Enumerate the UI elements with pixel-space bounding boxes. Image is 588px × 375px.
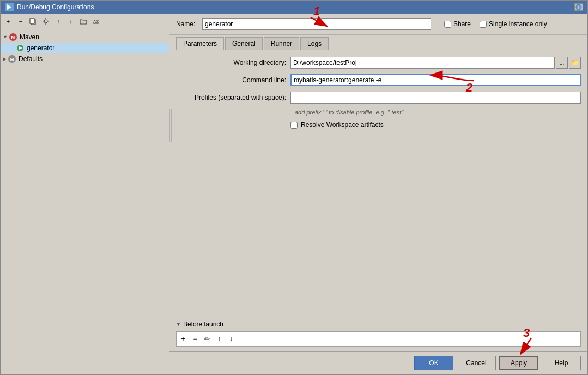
ok-button[interactable]: OK bbox=[414, 356, 453, 370]
tree-generator-item[interactable]: generator bbox=[1, 43, 169, 53]
profiles-row: Profiles (separated with space): bbox=[176, 92, 581, 104]
move-down-button[interactable]: ↓ bbox=[65, 15, 77, 27]
titlebar-controls: ! bbox=[574, 3, 583, 11]
svg-point-5 bbox=[44, 20, 47, 23]
spacer bbox=[169, 190, 587, 316]
folder-button[interactable] bbox=[77, 15, 89, 27]
command-line-row: Command line: bbox=[176, 74, 581, 86]
command-line-input[interactable] bbox=[290, 74, 581, 86]
resolve-workspace-label: Resolve Workspace artifacts bbox=[301, 121, 384, 129]
before-launch-down-button[interactable]: ↓ bbox=[226, 334, 237, 344]
help-button[interactable]: Help bbox=[542, 356, 581, 370]
left-panel: + − bbox=[1, 14, 169, 374]
tree-defaults-item[interactable]: ▶ M Defaults bbox=[1, 53, 169, 64]
name-row: Name: Share Single instance only bbox=[169, 14, 587, 35]
before-launch-edit-button[interactable]: ✏ bbox=[202, 334, 213, 344]
tab-logs[interactable]: Logs bbox=[300, 37, 329, 50]
generator-icon bbox=[16, 44, 25, 52]
profiles-label: Profiles (separated with space): bbox=[176, 94, 290, 101]
working-directory-label: Working directory: bbox=[176, 59, 290, 66]
working-directory-input[interactable] bbox=[290, 57, 555, 69]
name-input[interactable] bbox=[202, 18, 431, 30]
titlebar: Run/Debug Configurations ! bbox=[1, 1, 587, 14]
right-panel: Name: Share Single instance only Paramet… bbox=[169, 14, 587, 374]
before-launch-up-button[interactable]: ↑ bbox=[214, 334, 225, 344]
before-launch-collapse[interactable]: ▼ bbox=[176, 322, 181, 327]
window-icon-btn[interactable]: ! bbox=[574, 3, 583, 11]
before-launch-remove-button[interactable]: − bbox=[190, 334, 201, 344]
svg-marker-0 bbox=[7, 4, 11, 10]
resolve-workspace-row: Resolve Workspace artifacts bbox=[290, 121, 581, 129]
titlebar-left: Run/Debug Configurations bbox=[5, 3, 94, 11]
settings-config-button[interactable] bbox=[40, 15, 52, 27]
resolve-workspace-checkbox[interactable] bbox=[290, 122, 298, 129]
name-label: Name: bbox=[176, 20, 198, 28]
left-toolbar: + − bbox=[1, 14, 169, 29]
command-line-label: Command line: bbox=[176, 76, 290, 84]
maven-group-label: Maven bbox=[20, 33, 39, 41]
share-label: Share bbox=[453, 20, 471, 28]
single-instance-checkbox[interactable] bbox=[480, 21, 487, 28]
titlebar-icon bbox=[5, 3, 14, 11]
tree-area: ▼ M Maven gen bbox=[1, 29, 169, 374]
profiles-hint: add prefix '-' to disable profile, e.g. … bbox=[295, 109, 581, 116]
maven-collapse-arrow: ▼ bbox=[3, 34, 8, 40]
titlebar-title: Run/Debug Configurations bbox=[17, 3, 94, 11]
defaults-collapse-arrow: ▶ bbox=[3, 56, 7, 62]
move-up-button[interactable]: ↑ bbox=[52, 15, 64, 27]
bottom-bar: OK Cancel Apply Help bbox=[169, 351, 587, 374]
svg-text:!: ! bbox=[578, 5, 580, 10]
svg-rect-4 bbox=[30, 19, 34, 23]
content-area: + − bbox=[1, 14, 587, 374]
copy-config-button[interactable] bbox=[27, 15, 39, 27]
single-instance-area: Single instance only bbox=[480, 20, 547, 28]
resize-handle[interactable] bbox=[168, 109, 172, 142]
sort-button[interactable]: AZ bbox=[90, 15, 102, 27]
tabs: Parameters General Runner Logs bbox=[169, 35, 587, 50]
browse-dots-button[interactable]: ... bbox=[556, 57, 568, 69]
remove-config-button[interactable]: − bbox=[15, 15, 27, 27]
cancel-button[interactable]: Cancel bbox=[457, 356, 496, 370]
share-checkbox[interactable] bbox=[444, 21, 451, 28]
before-launch-title: ▼ Before launch bbox=[176, 320, 581, 328]
add-config-button[interactable]: + bbox=[2, 15, 14, 27]
tree-maven-group[interactable]: ▼ M Maven bbox=[1, 32, 169, 43]
tab-parameters[interactable]: Parameters bbox=[176, 37, 224, 50]
tab-general[interactable]: General bbox=[225, 37, 263, 50]
defaults-icon: M bbox=[8, 55, 16, 63]
before-launch-section: ▼ Before launch + − ✏ ↑ ↓ bbox=[169, 316, 587, 351]
browse-folder-button[interactable]: 📁 bbox=[569, 57, 581, 69]
tab-runner[interactable]: Runner bbox=[264, 37, 299, 50]
working-directory-row: Working directory: ... 📁 bbox=[176, 57, 581, 69]
single-instance-label: Single instance only bbox=[489, 20, 547, 28]
profiles-input[interactable] bbox=[290, 92, 581, 104]
tab-content: Working directory: ... 📁 Command line: P… bbox=[169, 50, 587, 190]
before-launch-label: Before launch bbox=[183, 320, 223, 328]
before-launch-toolbar: + − ✏ ↑ ↓ bbox=[176, 331, 581, 347]
maven-group-icon: M bbox=[9, 33, 17, 41]
share-area: Share bbox=[444, 20, 471, 28]
defaults-label: Defaults bbox=[19, 55, 43, 63]
apply-button[interactable]: Apply bbox=[499, 356, 538, 370]
before-launch-add-button[interactable]: + bbox=[178, 334, 189, 344]
generator-label: generator bbox=[27, 44, 54, 52]
